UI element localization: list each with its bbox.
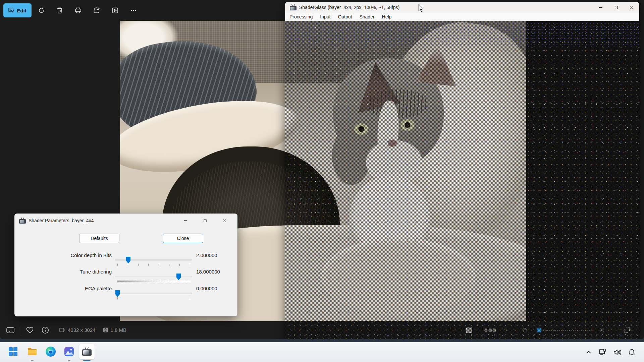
tune-dithering-slider-thumb[interactable] — [176, 274, 181, 280]
shaderglass-taskbar-button[interactable] — [79, 344, 95, 359]
menu-shader[interactable]: Shader — [356, 13, 378, 20]
param-label-ega-palette: EGA palette — [19, 286, 112, 291]
close-button-label: Close — [177, 236, 189, 241]
photos-icon — [64, 347, 74, 357]
print-icon[interactable] — [71, 3, 86, 18]
tune-dithering-slider[interactable] — [115, 276, 192, 277]
ega-palette-slider[interactable] — [115, 293, 192, 294]
menu-output[interactable]: Output — [334, 13, 356, 20]
favorite-heart-icon[interactable] — [21, 327, 39, 334]
running-indicator — [68, 360, 70, 361]
windows-logo-icon — [8, 347, 18, 356]
fullscreen-icon — [625, 327, 630, 333]
dialog-window-controls — [176, 215, 234, 226]
dialog-minimize-button[interactable] — [176, 215, 195, 226]
file-size: 1.8 MB — [111, 327, 127, 333]
filmstrip-toggle-icon[interactable] — [0, 327, 21, 333]
desktop: Edit — [0, 0, 644, 362]
edit-button-label: Edit — [17, 8, 26, 13]
desktop-gap — [0, 339, 644, 342]
color-depth-slider-thumb[interactable] — [126, 257, 130, 263]
shaderglass-menubar: Processing Input Output Shader Help — [285, 13, 639, 21]
dithered-photos-zoombar — [285, 321, 639, 339]
active-running-indicator — [83, 360, 91, 361]
shader-parameters-dialog: Shader Parameters: bayer_4x4 Defaults Cl… — [14, 214, 237, 316]
dialog-app-icon — [19, 218, 26, 224]
photos-button[interactable] — [61, 344, 77, 359]
system-tray — [585, 342, 644, 362]
zoom-percent-glyph — [485, 328, 487, 331]
zoom-slider-thumb — [537, 328, 541, 332]
dialog-maximize-button[interactable] — [195, 215, 215, 226]
zoom-out-icon — [523, 328, 527, 332]
separator-dot — [506, 329, 507, 330]
shaderglass-tv-icon — [82, 348, 92, 356]
start-button[interactable] — [5, 344, 21, 359]
slider-ticks-dense — [117, 281, 190, 282]
param-value-color-depth: 2.000000 — [196, 252, 217, 258]
shaderglass-titlebar[interactable]: ShaderGlass (bayer_4x4, 2px, 100%, ~1, 5… — [285, 2, 639, 13]
param-value-tune-dithering: 18.000000 — [196, 269, 220, 275]
share-icon[interactable] — [89, 3, 104, 18]
shaderglass-window: ShaderGlass (bayer_4x4, 2px, 100%, ~1, 5… — [285, 2, 639, 339]
notifications-bell-icon[interactable] — [628, 349, 635, 356]
zoom-in-icon — [600, 328, 604, 332]
more-icon[interactable] — [126, 3, 141, 18]
shaderglass-app-icon — [290, 5, 297, 10]
edge-icon — [46, 347, 56, 357]
close-dialog-button[interactable]: Close — [163, 234, 203, 243]
delete-icon[interactable] — [52, 3, 67, 18]
slider-ticks-ends — [117, 297, 190, 299]
slider-ticks — [117, 264, 190, 266]
zoom-slider-track — [543, 330, 592, 330]
defaults-button-label: Defaults — [91, 236, 108, 241]
mouse-cursor — [418, 4, 425, 13]
window-controls — [593, 2, 639, 13]
ega-palette-slider-thumb[interactable] — [115, 290, 120, 297]
dithered-dark-area — [526, 21, 639, 339]
dialog-close-button[interactable] — [215, 215, 234, 226]
param-value-ega-palette: 0.000000 — [196, 286, 217, 291]
defaults-button[interactable]: Defaults — [79, 234, 119, 243]
edit-button[interactable]: Edit — [3, 3, 32, 17]
shaderglass-window-title: ShaderGlass (bayer_4x4, 2px, 100%, ~1, 5… — [299, 5, 399, 10]
edit-image-icon — [8, 7, 14, 13]
tray-chevron-up-icon[interactable] — [585, 349, 592, 356]
maximize-button[interactable] — [608, 2, 624, 13]
image-dimensions: 4032 x 3024 — [68, 327, 96, 333]
menu-processing[interactable]: Processing — [286, 13, 316, 20]
file-explorer-icon — [27, 347, 37, 356]
menu-input[interactable]: Input — [316, 13, 334, 20]
zoom-percent-glyph — [489, 328, 492, 331]
display-hardware-icon[interactable] — [599, 349, 607, 356]
edge-button[interactable] — [43, 344, 58, 359]
menu-help[interactable]: Help — [378, 13, 395, 20]
image-meta: 4032 x 3024 1.8 MB — [59, 327, 126, 333]
zoom-percent-glyph — [493, 328, 496, 331]
dialog-titlebar[interactable]: Shader Parameters: bayer_4x4 — [14, 214, 237, 228]
actual-size-icon — [466, 327, 472, 333]
dialog-title: Shader Parameters: bayer_4x4 — [29, 218, 94, 223]
file-explorer-button[interactable] — [24, 344, 40, 359]
dimensions-icon — [59, 327, 65, 333]
minimize-button[interactable] — [593, 2, 608, 13]
running-indicator — [31, 360, 34, 361]
file-size-icon — [103, 327, 108, 333]
param-label-tune-dithering: Tune dithering — [19, 269, 112, 275]
dithered-capture — [285, 21, 639, 339]
color-depth-slider[interactable] — [115, 259, 192, 260]
param-label-color-depth: Color depth in Bits — [19, 252, 112, 258]
slideshow-icon[interactable] — [108, 3, 122, 18]
rotate-icon[interactable] — [34, 3, 49, 18]
info-icon[interactable] — [39, 326, 52, 334]
dithered-photo-scene — [285, 21, 526, 321]
taskbar — [0, 342, 644, 362]
close-button[interactable] — [624, 2, 639, 13]
volume-icon[interactable] — [613, 349, 622, 356]
shaderglass-viewport — [285, 21, 639, 339]
